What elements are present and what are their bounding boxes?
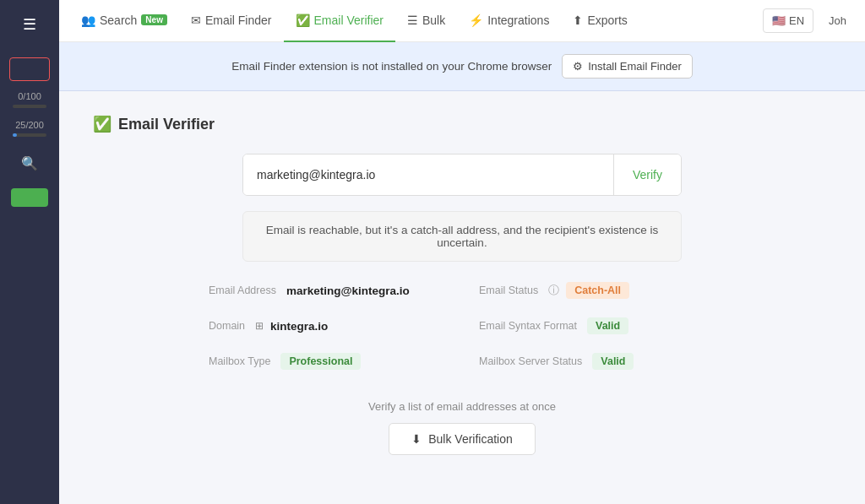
- sidebar-search-box: [9, 57, 50, 81]
- nav-integrations[interactable]: ⚡ Integrations: [457, 0, 561, 42]
- email-address-label: Email Address: [209, 285, 276, 296]
- domain-value: kintegra.io: [270, 320, 328, 333]
- page-title: ✅ Email Verifier: [93, 115, 831, 133]
- result-message: Email is reachable, but it's a catch-all…: [242, 211, 682, 262]
- nav-email-verifier[interactable]: ✅ Email Verifier: [284, 0, 395, 42]
- email-input[interactable]: [243, 154, 613, 195]
- flag-icon: 🇺🇸: [772, 14, 786, 27]
- email-status-label: Email Status: [479, 285, 538, 296]
- status-info-icon: ⓘ: [548, 283, 559, 298]
- verify-button-label: Verify: [633, 168, 662, 182]
- integrations-nav-icon: ⚡: [469, 14, 483, 27]
- search-nav-icon: 👥: [81, 14, 95, 27]
- bulk-button-icon: ⬇: [411, 432, 422, 446]
- nav-exports-label: Exports: [587, 14, 627, 27]
- nav-email-finder[interactable]: ✉ Email Finder: [179, 0, 284, 42]
- language-selector[interactable]: 🇺🇸 EN: [763, 8, 813, 33]
- mailbox-type-badge: Professional: [280, 353, 361, 370]
- nav-email-finder-label: Email Finder: [205, 14, 272, 27]
- menu-icon[interactable]: ☰: [16, 8, 43, 41]
- user-menu[interactable]: Joh: [820, 9, 855, 32]
- result-text: Email is reachable, but it's a catch-all…: [266, 224, 658, 249]
- bulk-button-label: Bulk Verification: [428, 432, 513, 446]
- sidebar-bar-2: [13, 133, 46, 137]
- email-address-detail: Email Address marketing@kintegra.io: [209, 282, 445, 299]
- email-status-badge: Catch-All: [566, 282, 629, 299]
- nav-search[interactable]: 👥 Search New: [69, 0, 179, 42]
- details-grid: Email Address marketing@kintegra.io Emai…: [209, 282, 715, 370]
- mailbox-type-detail: Mailbox Type Professional: [209, 353, 445, 370]
- nav-email-verifier-label: Email Verifier: [314, 14, 384, 27]
- banner-message: Email Finder extension is not installed …: [231, 60, 552, 73]
- mailbox-server-label: Mailbox Server Status: [479, 355, 582, 367]
- sidebar-search-icon[interactable]: 🔍: [21, 155, 38, 171]
- bulk-verification-button[interactable]: ⬇ Bulk Verification: [389, 423, 536, 455]
- bulk-nav-icon: ☰: [407, 14, 418, 27]
- main-area: 👥 Search New ✉ Email Finder ✅ Email Veri…: [59, 0, 865, 504]
- nav-exports[interactable]: ⬆ Exports: [561, 0, 639, 42]
- bulk-section: Verify a list of email addresses at once…: [93, 400, 831, 455]
- mailbox-server-detail: Mailbox Server Status Valid: [479, 353, 715, 370]
- install-extension-button[interactable]: ⚙ Install Email Finder: [562, 54, 693, 79]
- sidebar-stat-1: 0/100: [18, 91, 41, 101]
- page-title-text: Email Verifier: [118, 116, 215, 133]
- top-navigation: 👥 Search New ✉ Email Finder ✅ Email Veri…: [59, 0, 865, 42]
- email-syntax-detail: Email Syntax Format Valid: [479, 317, 715, 334]
- email-syntax-badge: Valid: [587, 317, 628, 334]
- email-verifier-nav-icon: ✅: [296, 14, 310, 27]
- search-nav-badge: New: [141, 14, 167, 25]
- exports-nav-icon: ⬆: [573, 14, 583, 27]
- install-label: Install Email Finder: [588, 60, 682, 73]
- sidebar: ☰ 0/100 25/200 🔍: [0, 0, 59, 504]
- domain-label: Domain: [209, 320, 245, 332]
- email-input-container: Verify: [242, 154, 682, 196]
- extension-banner: Email Finder extension is not installed …: [59, 42, 865, 91]
- install-icon: ⚙: [573, 60, 583, 73]
- sidebar-stat-2: 25/200: [15, 120, 44, 130]
- email-address-value: marketing@kintegra.io: [286, 285, 410, 297]
- email-finder-nav-icon: ✉: [191, 14, 201, 27]
- nav-bulk-label: Bulk: [422, 14, 445, 27]
- content-area: Email Finder extension is not installed …: [59, 42, 865, 504]
- bulk-subtitle: Verify a list of email addresses at once: [93, 400, 831, 413]
- mailbox-type-label: Mailbox Type: [209, 355, 270, 367]
- domain-icon: ⊞: [255, 320, 264, 332]
- sidebar-green-button[interactable]: [11, 188, 48, 207]
- email-syntax-label: Email Syntax Format: [479, 320, 577, 332]
- sidebar-bar-1: [13, 105, 46, 108]
- page-body: ✅ Email Verifier Verify Email is reachab…: [59, 91, 865, 479]
- nav-search-label: Search: [100, 14, 137, 27]
- domain-detail: Domain ⊞ kintegra.io: [209, 317, 445, 334]
- nav-integrations-label: Integrations: [487, 14, 549, 27]
- page-title-icon: ✅: [93, 115, 112, 133]
- user-name: Joh: [829, 14, 846, 27]
- mailbox-server-badge: Valid: [592, 353, 634, 370]
- nav-bulk[interactable]: ☰ Bulk: [395, 0, 457, 42]
- language-label: EN: [789, 14, 804, 27]
- email-status-detail: Email Status ⓘ Catch-All: [479, 282, 715, 299]
- verify-button[interactable]: Verify: [613, 154, 681, 195]
